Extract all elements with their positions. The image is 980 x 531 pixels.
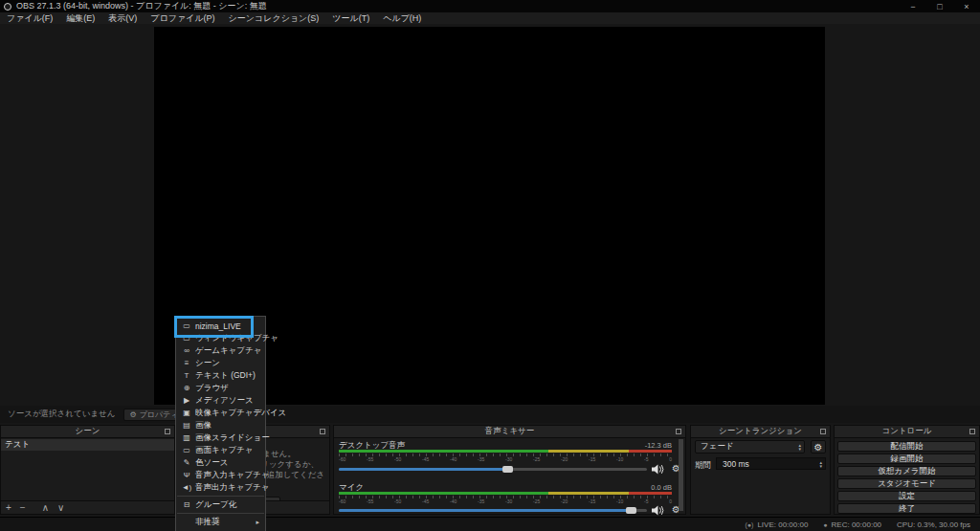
- menu-tools[interactable]: ツール(T): [325, 12, 376, 24]
- meter-scale: -60-55-50-45-40-35-30-25-20-15-10-50: [339, 457, 672, 462]
- tick-label: 0: [669, 457, 672, 462]
- dock-options-icon[interactable]: [820, 429, 826, 434]
- menu-item-image[interactable]: ▤ 画像: [176, 419, 265, 431]
- submenu-arrow-icon: ▸: [256, 519, 259, 526]
- slideshow-icon: ▥: [181, 433, 192, 442]
- tick-label: -50: [394, 457, 401, 462]
- menu-file[interactable]: ファイル(F): [0, 12, 59, 24]
- dock-options-icon[interactable]: [320, 429, 325, 434]
- speaker-icon: ◄): [181, 483, 192, 492]
- menu-edit[interactable]: 編集(E): [59, 12, 101, 24]
- scrollbar-thumb[interactable]: [679, 439, 683, 511]
- properties-button-label: プロパティ: [140, 409, 179, 420]
- menu-item-group[interactable]: ⊟ グループ化: [176, 498, 265, 511]
- meter-scale: -60-55-50-45-40-35-30-25-20-15-10-50: [339, 499, 672, 504]
- tick-label: -40: [450, 499, 457, 504]
- menu-profile[interactable]: プロファイル(P): [144, 12, 221, 24]
- menu-item-label: 画像: [192, 420, 212, 431]
- tick-label: -20: [561, 499, 568, 504]
- audio-mixer-dock: 音声ミキサー デスクトップ音声 -12.3 dB -60-55-50-45-40…: [333, 425, 686, 515]
- menu-item-label: ウィンドウキャプチャ: [192, 333, 278, 344]
- studio-mode-button[interactable]: スタジオモード: [837, 478, 976, 489]
- controls-dock-title: コントロール: [882, 426, 932, 437]
- gear-icon: ⚙: [130, 410, 137, 419]
- scene-up-button[interactable]: ∧: [42, 502, 49, 514]
- scene-list-item[interactable]: テスト: [1, 439, 174, 451]
- menu-separator: [177, 513, 264, 514]
- slider-handle[interactable]: [502, 466, 513, 473]
- start-recording-button[interactable]: 録画開始: [837, 454, 976, 464]
- transitions-dock-header: シーントランジション: [691, 426, 830, 438]
- volume-slider[interactable]: [339, 465, 647, 474]
- source-toolbar: ソースが選択されていません ⚙ プロパティ ◑ フィルタ: [0, 406, 980, 423]
- controls-dock-header: コントロール: [835, 426, 979, 438]
- menu-item-label: ブラウザ: [192, 383, 229, 394]
- dock-options-icon[interactable]: [676, 429, 681, 434]
- transition-settings-button[interactable]: ⚙: [811, 440, 826, 454]
- menu-help[interactable]: ヘルプ(H): [376, 12, 428, 24]
- combo-arrows-icon[interactable]: ▴▾: [798, 443, 804, 451]
- tick-label: -55: [367, 457, 373, 462]
- duration-value: 300 ms: [717, 459, 819, 469]
- duration-label: 期間: [695, 460, 711, 472]
- menu-item-nizima-live[interactable]: ▭ nizima_LIVE: [176, 320, 265, 332]
- menu-item-audio-input-capture[interactable]: Ψ 音声入力キャプチャ: [176, 469, 265, 481]
- meter-red-segment: [629, 492, 672, 495]
- slider-handle[interactable]: [626, 507, 636, 514]
- speaker-icon[interactable]: [652, 464, 664, 475]
- menu-item-scene[interactable]: ≡ シーン: [176, 357, 265, 369]
- tick-label: -15: [589, 499, 595, 504]
- minimize-button[interactable]: −: [900, 0, 926, 12]
- menu-scene-collection[interactable]: シーンコレクション(S): [222, 12, 326, 24]
- start-virtual-camera-button[interactable]: 仮想カメラ開始: [837, 466, 976, 476]
- menu-item-label: シーン: [192, 358, 220, 369]
- speaker-icon[interactable]: [652, 505, 664, 516]
- window-icon: ▭: [181, 321, 192, 330]
- scenes-dock: シーン テスト + − ∧ ∨: [0, 425, 175, 515]
- mixer-scrollbar[interactable]: [679, 439, 683, 511]
- volume-slider[interactable]: [339, 506, 647, 515]
- settings-button[interactable]: 設定: [837, 491, 976, 501]
- add-scene-button[interactable]: +: [6, 502, 11, 514]
- menu-item-text-gdi[interactable]: T テキスト (GDI+): [176, 369, 265, 382]
- slider-fill: [339, 468, 508, 471]
- exit-button[interactable]: 終了: [837, 503, 976, 514]
- duration-input[interactable]: 300 ms ▴▾: [716, 457, 826, 470]
- menu-item-label: nizima_LIVE: [192, 321, 241, 331]
- spinner-arrows-icon[interactable]: ▴▾: [819, 460, 825, 468]
- live-status: (●) LIVE: 00:00:00: [746, 520, 809, 529]
- menu-item-image-slideshow[interactable]: ▥ 画像スライドショー: [176, 431, 265, 444]
- start-streaming-button[interactable]: 配信開始: [837, 441, 976, 452]
- display-icon: ▭: [181, 446, 192, 454]
- maximize-button[interactable]: □: [926, 0, 953, 12]
- scenes-dock-header: シーン: [1, 426, 174, 438]
- menu-item-window-capture[interactable]: ▭ ウィンドウキャプチャ: [176, 332, 265, 344]
- menu-item-label: 音声出力キャプチャ: [192, 482, 270, 494]
- meter-red-segment: [629, 450, 672, 453]
- menu-item-game-capture[interactable]: ∞ ゲームキャプチャ: [176, 344, 265, 357]
- menu-item-label: 画面キャプチャ: [192, 445, 254, 456]
- menu-item-audio-output-capture[interactable]: ◄) 音声出力キャプチャ: [176, 481, 265, 494]
- tick-label: -10: [616, 499, 623, 504]
- menu-view[interactable]: 表示(V): [101, 12, 144, 24]
- menu-item-display-capture[interactable]: ▭ 画面キャプチャ: [176, 444, 265, 456]
- dock-options-icon[interactable]: [165, 429, 170, 434]
- close-button[interactable]: ×: [953, 0, 980, 12]
- menu-item-deprecated[interactable]: 非推奨 ▸: [176, 516, 265, 528]
- remove-scene-button[interactable]: −: [20, 502, 26, 514]
- menu-item-media-source[interactable]: ▶ メディアソース: [176, 394, 265, 407]
- menu-item-browser[interactable]: ⊕ ブラウザ: [176, 382, 265, 394]
- scene-down-button[interactable]: ∨: [57, 502, 64, 514]
- tick-label: -60: [339, 457, 345, 462]
- slider-fill: [339, 509, 632, 512]
- mixer-dock-header: 音声ミキサー: [334, 426, 685, 438]
- tick-label: -30: [505, 499, 512, 504]
- video-device-icon: ▣: [181, 409, 192, 417]
- transition-select[interactable]: フェード ▴▾: [695, 440, 805, 454]
- menu-item-label: 画像スライドショー: [192, 432, 270, 444]
- menu-item-video-capture-device[interactable]: ▣ 映像キャプチャデバイス: [176, 407, 265, 419]
- dock-options-icon[interactable]: [969, 429, 975, 434]
- scene-list-icon: ≡: [181, 359, 192, 367]
- menu-item-color-source[interactable]: ✎ 色ソース: [176, 456, 265, 469]
- menu-item-label: 色ソース: [192, 457, 228, 469]
